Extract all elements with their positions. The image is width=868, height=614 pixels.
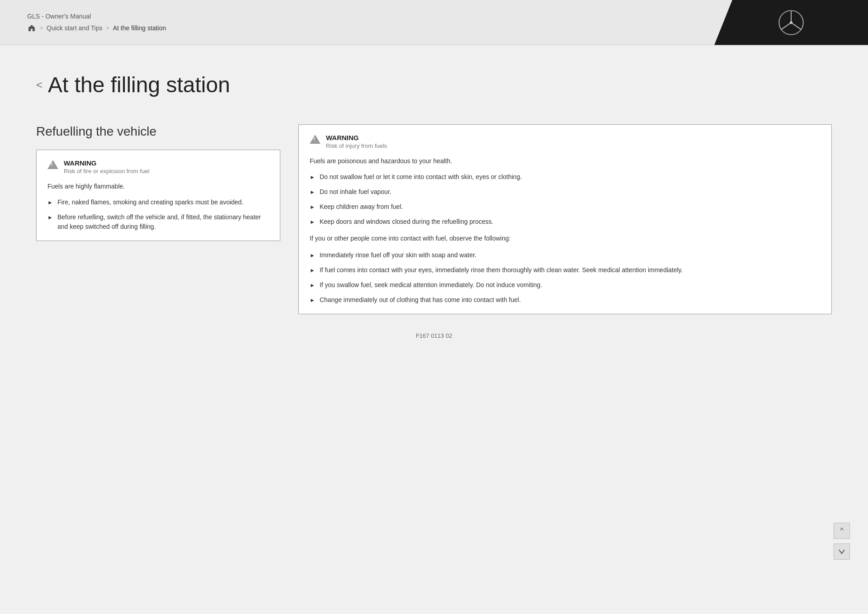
breadcrumb-separator-1: > [40, 25, 43, 31]
list-item-text: Before refuelling, switch off the vehicl… [57, 213, 269, 231]
list-arrow-icon: ► [310, 218, 315, 226]
list-item-text: Do not swallow fuel or let it come into … [320, 172, 522, 182]
warning-triangle-icon-left [47, 160, 58, 169]
list-item: ► Keep children away from fuel. [310, 202, 821, 212]
scroll-up-button[interactable]: ^ [834, 523, 850, 539]
page-title-container: < At the filling station [36, 72, 832, 97]
list-arrow-icon: ► [310, 188, 315, 196]
list-item: ► Immediately rinse fuel off your skin w… [310, 250, 821, 260]
page-title: At the filling station [48, 72, 230, 97]
right-warning-divider-text: If you or other people come into contact… [310, 234, 821, 243]
breadcrumb: > Quick start and Tips > At the filling … [27, 24, 166, 33]
right-warning-title: WARNING [326, 134, 387, 142]
list-arrow-icon: ► [47, 198, 53, 207]
list-arrow-icon: ► [310, 173, 315, 181]
list-arrow-icon: ► [310, 203, 315, 211]
right-column: WARNING Risk of injury from fuels Fuels … [298, 124, 832, 314]
left-warning-subtitle: Risk of fire or explosion from fuel [64, 168, 149, 175]
left-column: Refuelling the vehicle WARNING Risk of f… [36, 124, 280, 241]
list-item: ► Before refuelling, switch off the vehi… [47, 213, 269, 231]
svg-line-4 [791, 23, 801, 29]
list-arrow-icon: ► [310, 281, 315, 289]
list-item-text: Do not inhale fuel vapour. [320, 187, 392, 197]
home-icon[interactable] [27, 24, 36, 33]
list-item: ► Fire, naked flames, smoking and creati… [47, 198, 269, 207]
list-item-text: Keep children away from fuel. [320, 202, 403, 212]
footer-code: F167 0113 02 [416, 332, 452, 339]
list-item-text: Fire, naked flames, smoking and creating… [57, 198, 244, 207]
left-warning-list: ► Fire, naked flames, smoking and creati… [47, 198, 269, 231]
list-item: ► If you swallow fuel, seek medical atte… [310, 280, 821, 290]
left-warning-title: WARNING [64, 159, 149, 167]
breadcrumb-section-link[interactable]: Quick start and Tips [47, 24, 103, 32]
list-arrow-icon: ► [47, 213, 53, 222]
list-item: ► If fuel comes into contact with your e… [310, 265, 821, 275]
list-item: ► Keep doors and windows closed during t… [310, 217, 821, 227]
mercedes-logo [778, 9, 805, 36]
list-item-text: Change immediately out of clothing that … [320, 295, 521, 305]
right-warning-header: WARNING Risk of injury from fuels [310, 134, 821, 149]
section-title: Refuelling the vehicle [36, 124, 280, 139]
left-warning-title-group: WARNING Risk of fire or explosion from f… [64, 159, 149, 175]
list-item-text: Keep doors and windows closed during the… [320, 217, 493, 227]
main-content: < At the filling station Refuelling the … [0, 45, 868, 375]
right-warning-intro: Fuels are poisonous and hazardous to you… [310, 156, 821, 166]
right-warning-title-group: WARNING Risk of injury from fuels [326, 134, 387, 149]
list-arrow-icon: ► [310, 266, 315, 274]
back-arrow-button[interactable]: < [36, 79, 42, 91]
scroll-down-button[interactable] [834, 543, 850, 560]
right-warning-list-1: ► Do not swallow fuel or let it come int… [310, 172, 821, 227]
svg-line-3 [781, 23, 791, 29]
header-left: GLS - Owner's Manual > Quick start and T… [27, 13, 166, 33]
list-item: ► Change immediately out of clothing tha… [310, 295, 821, 305]
scroll-buttons: ^ [834, 523, 850, 560]
page-footer: F167 0113 02 [36, 314, 832, 348]
list-item-text: If you swallow fuel, seek medical attent… [320, 280, 542, 290]
left-warning-header: WARNING Risk of fire or explosion from f… [47, 159, 269, 175]
list-item-text: Immediately rinse fuel off your skin wit… [320, 250, 476, 260]
list-arrow-icon: ► [310, 296, 315, 304]
breadcrumb-current-page: At the filling station [113, 24, 166, 32]
list-item: ► Do not inhale fuel vapour. [310, 187, 821, 197]
right-warning-list-2: ► Immediately rinse fuel off your skin w… [310, 250, 821, 305]
left-warning-intro: Fuels are highly flammable. [47, 182, 269, 191]
manual-title: GLS - Owner's Manual [27, 13, 166, 20]
content-columns: Refuelling the vehicle WARNING Risk of f… [36, 124, 832, 314]
list-item: ► Do not swallow fuel or let it come int… [310, 172, 821, 182]
right-warning-box: WARNING Risk of injury from fuels Fuels … [298, 124, 832, 314]
logo-area [714, 0, 868, 45]
breadcrumb-separator-2: > [106, 25, 109, 31]
list-item-text: If fuel comes into contact with your eye… [320, 265, 683, 275]
left-warning-box: WARNING Risk of fire or explosion from f… [36, 150, 280, 241]
svg-point-5 [790, 21, 793, 24]
header: GLS - Owner's Manual > Quick start and T… [0, 0, 868, 45]
right-warning-subtitle: Risk of injury from fuels [326, 142, 387, 149]
warning-triangle-icon-right [310, 135, 321, 144]
list-arrow-icon: ► [310, 251, 315, 260]
